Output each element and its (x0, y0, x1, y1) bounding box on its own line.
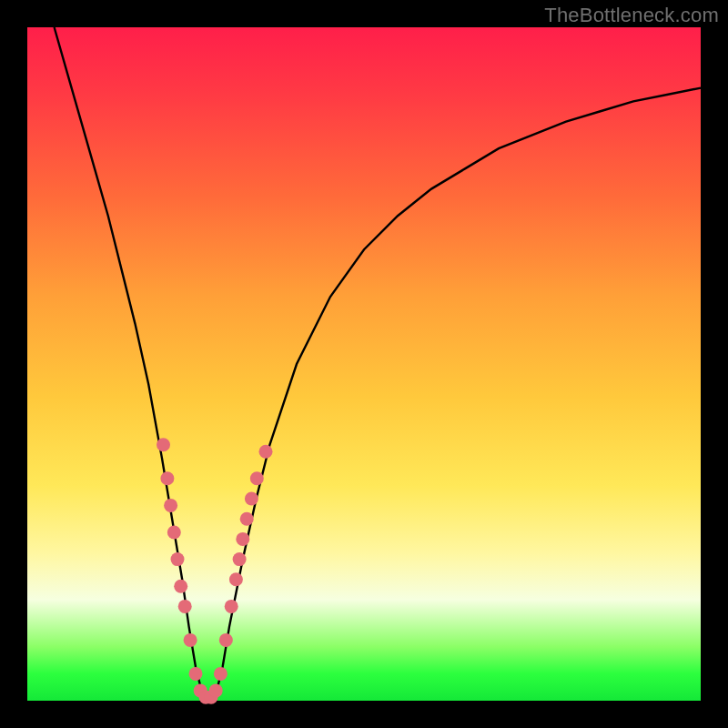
curve-marker (164, 499, 177, 512)
curve-marker (184, 633, 197, 647)
curve-marker (214, 667, 228, 681)
curve-marker (174, 580, 187, 593)
curve-marker (233, 552, 247, 566)
curve-marker (259, 445, 273, 459)
curve-marker (229, 572, 243, 586)
curve-marker (160, 471, 174, 485)
curve-markers (157, 438, 273, 704)
curve-marker (167, 526, 181, 540)
curve-marker (157, 438, 170, 451)
chart-frame: TheBottleneck.com (0, 0, 728, 728)
watermark-text: TheBottleneck.com (544, 4, 719, 27)
curve-marker (250, 471, 264, 485)
plot-area (27, 27, 701, 701)
curve-marker (178, 600, 192, 613)
bottleneck-curve (55, 27, 701, 701)
curve-marker (236, 532, 249, 546)
curve-marker (240, 512, 254, 526)
curve-marker (225, 600, 238, 613)
curve-marker (209, 683, 223, 697)
curve-marker (171, 552, 185, 566)
curve-svg (27, 27, 701, 701)
curve-marker (219, 633, 233, 647)
curve-marker (245, 492, 258, 506)
curve-marker (189, 667, 203, 681)
